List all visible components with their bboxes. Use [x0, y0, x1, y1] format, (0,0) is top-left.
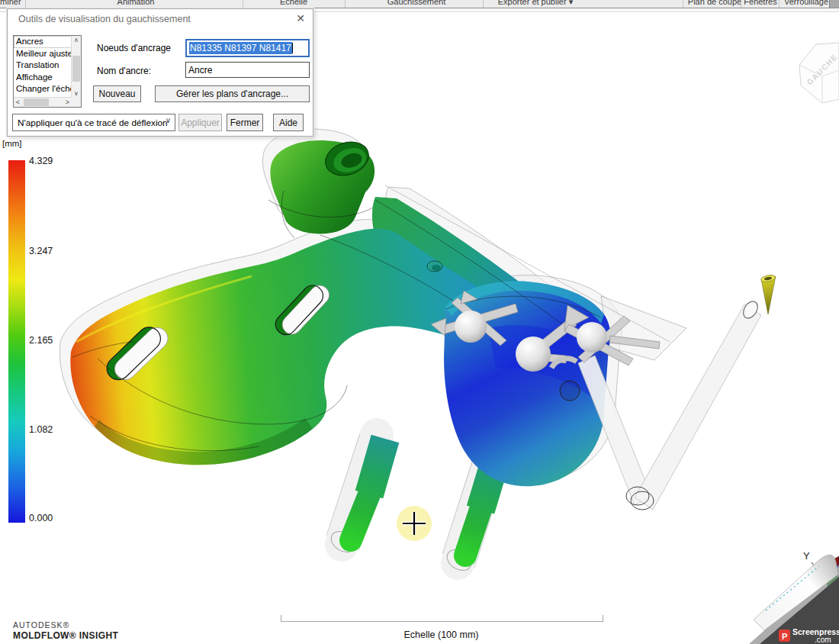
tool-list: Ancres Meilleur ajusten Translation Affi…: [13, 35, 82, 108]
list-item-ancres[interactable]: Ancres: [14, 36, 72, 48]
list-vertical-scrollbar[interactable]: ∧ ∨: [71, 36, 81, 98]
help-button[interactable]: Aide: [273, 114, 304, 131]
input-value: Ancre: [188, 65, 212, 76]
screenpresso-suffix: .com: [815, 636, 831, 644]
text-caret: [292, 43, 293, 53]
horizontal-scroll-thumb[interactable]: [24, 98, 49, 106]
fermer-button[interactable]: Fermer: [227, 114, 263, 131]
cursor-highlight: [397, 506, 432, 541]
anchor-sphere-2[interactable]: [516, 336, 551, 372]
anchor-name-label: Nom d'ancre:: [97, 66, 151, 76]
list-horizontal-scrollbar[interactable]: < >: [14, 97, 72, 107]
anchor-nodes-input[interactable]: N81335 N81397 N81417: [185, 39, 310, 57]
manage-anchor-planes-button[interactable]: Gérer les plans d'ancrage...: [155, 85, 310, 102]
new-button[interactable]: Nouveau: [93, 85, 141, 102]
blade-boss: [427, 261, 442, 272]
scroll-right-icon[interactable]: >: [63, 98, 72, 107]
watermark: P Screenpresso .com: [749, 555, 839, 644]
apply-button[interactable]: Appliquer: [178, 114, 222, 131]
sprue-cone: [760, 274, 776, 314]
list-item-affichage[interactable]: Affichage: [14, 72, 72, 84]
list-item-translation[interactable]: Translation: [14, 60, 72, 72]
scroll-left-icon[interactable]: <: [14, 98, 22, 107]
selected-text: N81335 N81397 N81417: [189, 42, 292, 54]
scroll-down-icon[interactable]: ∨: [72, 89, 81, 98]
dialog-title: Outils de visualisation du gauchissement: [18, 14, 191, 24]
list-item-meilleur-ajustement[interactable]: Meilleur ajusten: [14, 48, 72, 60]
view-cube[interactable]: GAUCHE: [799, 43, 839, 103]
list-item-changer-echelle[interactable]: Changer l'éche: [14, 83, 72, 95]
anchor-sphere-1[interactable]: [455, 311, 487, 343]
drum-hole-outline: [560, 381, 580, 401]
screenpresso-icon-letter: P: [782, 632, 787, 641]
axis-y-label: Y: [803, 550, 810, 562]
warp-visualization-dialog: Outils de visualisation du gauchissement…: [7, 8, 313, 137]
scroll-up-icon[interactable]: ∧: [72, 36, 81, 44]
close-icon[interactable]: ✕: [296, 12, 305, 24]
chevron-down-icon: ∨: [166, 116, 171, 124]
anchor-sphere-3[interactable]: [577, 322, 607, 353]
apply-scope-dropdown[interactable]: N'appliquer qu'à ce tracé de déflexion ∨: [12, 114, 175, 131]
scrollbar-corner: [72, 98, 81, 107]
anchor-name-input[interactable]: Ancre: [185, 62, 310, 78]
dropdown-value: N'appliquer qu'à ce tracé de déflexion: [18, 118, 168, 128]
anchor-nodes-label: Noeuds d'ancrage: [97, 43, 171, 53]
vertical-scroll-thumb[interactable]: [72, 56, 80, 82]
application-window: uminer Animation Echelle Gauchissement E…: [0, 0, 839, 644]
